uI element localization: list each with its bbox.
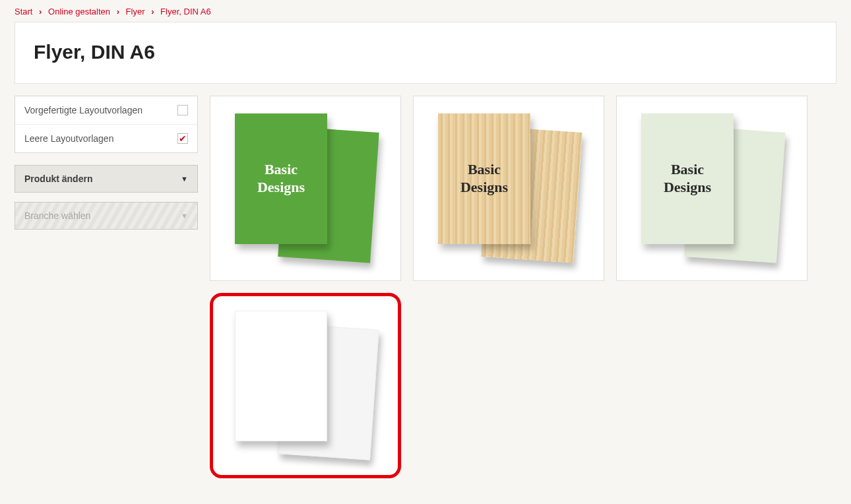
breadcrumb: Start › Online gestalten › Flyer › Flyer… [0,0,851,22]
page-title: Flyer, DIN A6 [34,41,817,63]
template-card-green[interactable]: Basic Designs [210,96,401,281]
page-front: Basic Designs [235,113,327,244]
template-preview: Basic Designs [230,111,381,267]
template-grid: Basic Designs Basic Designs [210,96,836,478]
template-card-wood[interactable]: Basic Designs [413,96,604,281]
card-title: Basic Designs [257,161,305,196]
page-front [235,311,327,441]
page-front: Basic Designs [641,113,734,244]
template-preview: Basic Designs [433,111,584,267]
branch-select-dropdown: Branche wählen ▼ [15,202,198,230]
sidebar: Vorgefertigte Layoutvorlagen Leere Layou… [15,96,198,478]
chevron-down-icon: ▼ [181,212,188,220]
chevron-down-icon: ▼ [181,175,188,183]
page-title-box: Flyer, DIN A6 [15,22,836,84]
breadcrumb-current[interactable]: Flyer, DIN A6 [160,7,211,16]
breadcrumb-link[interactable]: Online gestalten [48,7,110,16]
chevron-right-icon: › [39,7,42,16]
dropdown-label: Produkt ändern [24,173,92,184]
product-change-dropdown[interactable]: Produkt ändern ▼ [15,165,198,193]
dropdown-label: Branche wählen [24,210,90,221]
card-title: Basic Designs [460,161,508,196]
filter-label: Leere Layoutvorlagen [24,133,113,144]
card-title: Basic Designs [664,161,711,196]
chevron-right-icon: › [151,7,154,16]
template-card-blank[interactable] [210,293,401,478]
filter-label: Vorgefertigte Layoutvorlagen [24,105,142,115]
filter-prebuilt-templates[interactable]: Vorgefertigte Layoutvorlagen [15,96,197,125]
breadcrumb-link[interactable]: Start [15,7,32,16]
template-preview: Basic Designs [636,111,788,267]
page-front: Basic Designs [438,113,530,244]
chevron-right-icon: › [117,7,119,16]
breadcrumb-link[interactable]: Flyer [126,7,145,16]
checkbox-checked-icon[interactable]: ✔ [177,133,188,144]
template-preview [230,308,381,464]
template-card-pale[interactable]: Basic Designs [616,96,807,281]
filter-box: Vorgefertigte Layoutvorlagen Leere Layou… [15,96,198,153]
checkbox-unchecked-icon[interactable] [177,105,188,115]
filter-empty-templates[interactable]: Leere Layoutvorlagen ✔ [15,125,197,152]
